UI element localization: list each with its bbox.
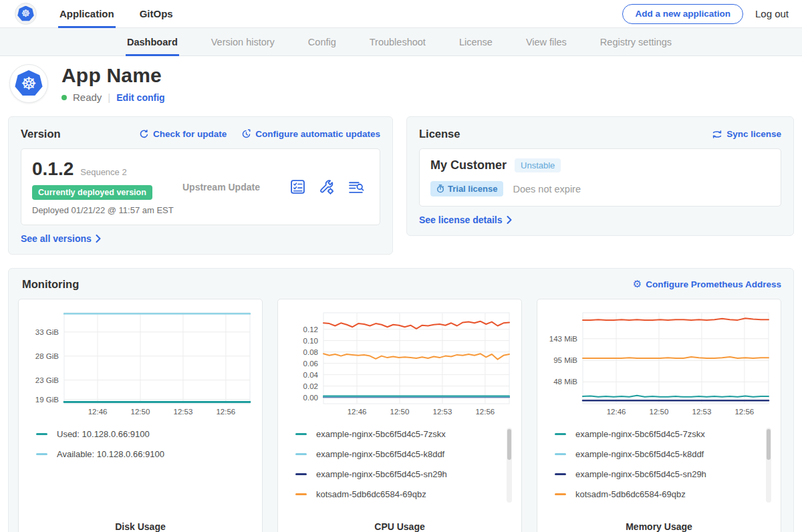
charts-grid: 33 GiB28 GiB23 GiB19 GiB12:4612:5012:531… [18, 299, 784, 532]
refresh-icon [139, 129, 149, 139]
sync-license-link[interactable]: Sync license [712, 129, 781, 139]
disk-usage-chart: 33 GiB28 GiB23 GiB19 GiB12:4612:5012:531… [27, 307, 254, 420]
see-all-versions-link[interactable]: See all versions [21, 233, 101, 244]
legend-swatch-icon [36, 433, 47, 435]
chevron-right-icon [507, 216, 512, 224]
version-source-label: Upstream Update [182, 182, 260, 192]
version-row: 0.1.2 Sequence 2 Currently deployed vers… [32, 158, 369, 215]
memory-usage-legend: example-nginx-5bc6f5d4c5-7zskxexample-ng… [545, 426, 773, 515]
app-status-row: Ready | Edit config [61, 92, 165, 103]
version-sequence: Sequence 2 [80, 167, 126, 177]
stopwatch-icon [436, 184, 444, 193]
channel-badge: Unstable [515, 158, 561, 172]
wrench-gear-icon[interactable] [319, 179, 335, 195]
svg-text:28 GiB: 28 GiB [35, 352, 59, 360]
version-info: 0.1.2 Sequence 2 Currently deployed vers… [32, 158, 182, 215]
edit-config-link[interactable]: Edit config [116, 92, 164, 103]
kubernetes-helm-icon: ☸ [15, 70, 43, 97]
gear-icon: ⚙ [633, 279, 642, 289]
svg-text:12:56: 12:56 [216, 408, 235, 416]
svg-text:0.10: 0.10 [303, 337, 318, 345]
cpu-usage-card: 0.120.100.080.060.040.020.0012:4612:5012… [277, 299, 522, 532]
currently-deployed-badge: Currently deployed version [32, 185, 152, 200]
svg-text:12:46: 12:46 [348, 408, 367, 416]
svg-text:0.12: 0.12 [303, 325, 318, 334]
cpu-usage-chart: 0.120.100.080.060.040.020.0012:4612:5012… [286, 307, 513, 420]
tab-troubleshoot[interactable]: Troubleshoot [368, 28, 427, 56]
svg-text:0.04: 0.04 [303, 371, 319, 379]
svg-text:12:46: 12:46 [88, 408, 108, 416]
swap-arrows-icon [712, 130, 722, 139]
svg-text:12:53: 12:53 [433, 408, 452, 416]
chevron-right-icon [96, 235, 101, 243]
svg-text:48 MiB: 48 MiB [553, 378, 577, 386]
cpu-usage-legend: example-nginx-5bc6f5d4c5-7zskxexample-ng… [286, 426, 513, 515]
license-card: License Sync license My Customer Unstabl… [406, 116, 794, 236]
svg-text:0.02: 0.02 [303, 382, 318, 390]
legend-swatch-icon [36, 453, 47, 455]
configure-prometheus-label: Configure Prometheus Address [646, 279, 781, 289]
license-info-box: My Customer Unstable Trial license Does … [419, 148, 781, 207]
tab-config[interactable]: Config [307, 28, 338, 56]
tab-license[interactable]: License [458, 28, 494, 56]
tab-registry-settings[interactable]: Registry settings [599, 28, 673, 56]
configure-automatic-updates-link[interactable]: Configure automatic updates [241, 129, 380, 139]
tab-version-history[interactable]: Version history [210, 28, 276, 56]
logout-button[interactable]: Log out [755, 8, 789, 19]
see-all-versions-label: See all versions [21, 233, 92, 244]
version-card: Version Check for update Configure autom… [8, 116, 393, 255]
legend-item: example-nginx-5bc6f5d4c5-7zskx [295, 429, 512, 439]
configure-automatic-updates-label: Configure automatic updates [255, 129, 380, 139]
topnav-item-application[interactable]: Application [58, 0, 116, 27]
svg-text:12:46: 12:46 [607, 408, 626, 416]
version-number: 0.1.2 [32, 158, 74, 180]
kubernetes-logo-icon[interactable]: ☸ [15, 3, 37, 25]
preflight-checklist-icon[interactable] [290, 179, 305, 194]
legend-label: example-nginx-5bc6f5d4c5-7zskx [575, 429, 705, 439]
legend-label: example-nginx-5bc6f5d4c5-k8ddf [575, 449, 704, 459]
app-header-text: App Name Ready | Edit config [61, 64, 165, 103]
customer-row: My Customer Unstable [430, 158, 770, 172]
legend-scrollbar[interactable] [507, 428, 512, 503]
version-action-icons [290, 179, 369, 195]
disk-usage-card: 33 GiB28 GiB23 GiB19 GiB12:4612:5012:531… [18, 299, 263, 532]
legend-item: example-nginx-5bc6f5d4c5-7zskx [555, 429, 771, 439]
app-tab-bar: Dashboard Version history Config Trouble… [0, 28, 802, 56]
legend-swatch-icon [555, 493, 566, 495]
see-license-details-link[interactable]: See license details [419, 215, 512, 225]
svg-text:95 MiB: 95 MiB [553, 356, 577, 364]
legend-scrollbar-thumb[interactable] [767, 429, 771, 460]
legend-scrollbar[interactable] [766, 428, 771, 503]
svg-text:23 GiB: 23 GiB [35, 376, 59, 384]
topnav-item-label: GitOps [140, 8, 173, 19]
status-dot-icon [61, 95, 67, 100]
svg-text:12:50: 12:50 [390, 408, 410, 416]
add-new-application-button[interactable]: Add a new application [622, 4, 743, 24]
file-search-icon[interactable] [348, 179, 365, 194]
topnav-items: Application GitOps [58, 0, 174, 27]
divider: | [108, 92, 110, 103]
legend-swatch-icon [555, 453, 566, 455]
svg-text:12:56: 12:56 [475, 408, 495, 416]
status-badge: Ready [73, 92, 102, 103]
customer-name: My Customer [430, 158, 507, 172]
current-version-box: 0.1.2 Sequence 2 Currently deployed vers… [21, 148, 380, 225]
disk-usage-legend: Used: 10.128.0.66:9100Available: 10.128.… [27, 426, 254, 515]
legend-swatch-icon [555, 473, 566, 475]
topnav-item-label: Application [59, 8, 114, 19]
check-for-update-link[interactable]: Check for update [139, 129, 227, 139]
check-for-update-label: Check for update [153, 129, 227, 139]
legend-scrollbar-thumb[interactable] [507, 429, 511, 460]
legend-item: Used: 10.128.0.66:9100 [36, 429, 253, 439]
tab-dashboard[interactable]: Dashboard [126, 28, 179, 56]
legend-label: example-nginx-5bc6f5d4c5-k8ddf [316, 449, 444, 459]
topnav-item-gitops[interactable]: GitOps [138, 0, 174, 27]
deployed-timestamp: Deployed 01/21/22 @ 11:57 am EST [32, 205, 182, 215]
license-card-title: License [419, 128, 460, 140]
monitoring-header: Monitoring ⚙ Configure Prometheus Addres… [18, 278, 784, 299]
legend-label: kotsadm-5db6dc6584-69qbz [575, 489, 686, 499]
configure-prometheus-link[interactable]: ⚙ Configure Prometheus Address [633, 279, 781, 289]
app-header: ☸ App Name Ready | Edit config [0, 56, 802, 107]
legend-swatch-icon [555, 433, 566, 435]
tab-view-files[interactable]: View files [525, 28, 568, 56]
